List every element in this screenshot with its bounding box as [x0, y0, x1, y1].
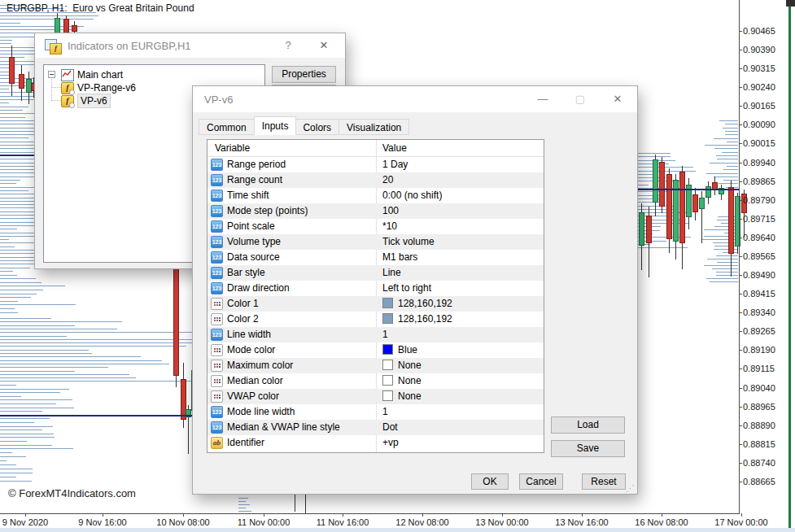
volume-profile-line [0, 481, 32, 482]
ok-button[interactable]: OK [471, 473, 509, 490]
variable-name: Mode line width [227, 406, 295, 417]
table-row[interactable]: 123Draw directionLeft to right [207, 281, 544, 296]
help-button[interactable]: ? [278, 39, 298, 51]
tab-common[interactable]: Common [199, 119, 255, 135]
volume-profile-line [0, 445, 52, 446]
table-row[interactable]: 123Range count20 [207, 172, 544, 188]
color-swatch [382, 360, 393, 370]
maximize-icon[interactable]: ▢ [570, 93, 590, 105]
table-row[interactable]: 123Mode step (points)100 [207, 203, 544, 219]
price-axis-tick [739, 482, 742, 482]
time-axis-tick [264, 513, 264, 517]
variable-value: 0:00 (no shift) [382, 190, 442, 201]
numeric-input-icon: 123 [211, 421, 223, 434]
numeric-input-icon: 123 [211, 329, 223, 341]
vp-dialog-titlebar[interactable]: VP-v6 — ▢ ✕ [193, 86, 637, 112]
variable-name: Mode color [227, 344, 275, 355]
cancel-button[interactable]: Cancel [519, 473, 563, 490]
time-axis-tick [741, 513, 742, 517]
table-row[interactable]: Maximum colorNone [207, 358, 544, 373]
resize-grip[interactable]: ⋰ [626, 483, 636, 493]
candle-body [692, 194, 698, 212]
indicators-dialog-titlebar[interactable]: f Indicators on EURGBP,H1 ? ✕ [35, 33, 345, 58]
time-axis-label: 16 Nov 08:00 [635, 517, 688, 527]
close-icon[interactable]: ✕ [608, 93, 627, 105]
volume-profile-line [0, 377, 136, 378]
volume-profile-line [0, 297, 31, 298]
tree-item-label: VP-v6 [77, 94, 111, 108]
tab-visualization[interactable]: Visualization [339, 119, 409, 135]
price-axis-label: 0.88890 [743, 421, 775, 430]
time-axis-tick [502, 513, 503, 517]
price-axis-label: 0.88665 [743, 477, 775, 486]
variable-value: 1 [382, 406, 388, 417]
price-axis-label: 0.90015 [743, 139, 775, 148]
volume-profile-line [0, 389, 69, 390]
volume-profile-line [714, 138, 738, 139]
variable-name: Draw direction [227, 282, 290, 294]
table-row[interactable]: Mode colorBlue [207, 342, 544, 358]
volume-profile-line [0, 356, 141, 357]
volume-profile-line [0, 242, 37, 243]
price-axis-tick [739, 294, 742, 294]
price-axis-tick [739, 68, 742, 69]
save-button[interactable]: Save [551, 440, 625, 457]
table-row[interactable]: 123Median & VWAP line styleDot [207, 420, 544, 435]
color-swatch [382, 344, 393, 355]
volume-profile-line [0, 187, 36, 188]
volume-profile-line [0, 308, 15, 309]
variable-name: Median & VWAP line style [227, 421, 340, 433]
minimize-icon[interactable]: — [533, 93, 553, 105]
tree-item-main-chart[interactable]: Main chart [44, 68, 264, 81]
load-button[interactable]: Load [551, 416, 625, 434]
table-row[interactable]: 123Time shift0:00 (no shift) [207, 188, 544, 203]
candle-body [728, 187, 734, 254]
volume-profile-line [0, 301, 18, 302]
variable-name: Line width [227, 329, 271, 340]
candle-body [666, 174, 672, 239]
table-row[interactable]: abIdentifier+vp [207, 435, 544, 451]
table-row[interactable]: Color 2128,160,192 [207, 312, 544, 327]
table-row[interactable]: Median colorNone [207, 373, 544, 389]
table-row[interactable]: 123Mode line width1 [207, 404, 544, 420]
volume-profile-line [0, 456, 26, 457]
reset-button[interactable]: Reset [582, 473, 626, 490]
volume-profile-line [0, 239, 9, 240]
properties-button[interactable]: Properties [272, 66, 336, 83]
table-row[interactable]: VWAP colorNone [207, 389, 544, 404]
volume-profile-line [0, 350, 89, 351]
candle-wick [305, 495, 306, 513]
close-icon[interactable]: ✕ [314, 39, 334, 51]
color-input-icon [211, 375, 223, 387]
volume-profile-line [719, 120, 738, 121]
tab-colors[interactable]: Colors [295, 119, 339, 135]
variable-name: Volume type [227, 236, 281, 247]
volume-profile-line [0, 294, 37, 294]
price-axis-tick [739, 256, 742, 257]
price-axis-label: 0.89715 [743, 215, 775, 224]
table-row[interactable]: 123Line width1 [207, 327, 544, 342]
table-row[interactable]: 123Range period1 Day [207, 157, 544, 172]
table-row[interactable]: 123Bar styleLine [207, 265, 544, 281]
volume-profile-line [725, 131, 738, 132]
price-axis-tick [739, 87, 742, 88]
table-row[interactable]: 123Point scale*10 [207, 219, 544, 234]
fx-icon: f [61, 82, 74, 94]
table-row[interactable]: 123Data sourceM1 bars [207, 250, 544, 265]
price-axis-tick [739, 163, 742, 164]
tab-inputs[interactable]: Inputs [254, 116, 297, 135]
volume-profile-line [714, 148, 738, 149]
table-row[interactable]: 123Volume typeTick volume [207, 234, 544, 250]
volume-profile-line [637, 156, 671, 157]
volume-profile-line [0, 422, 34, 423]
price-axis-tick [739, 388, 742, 389]
variable-value: None [382, 390, 422, 402]
table-row[interactable]: Color 1128,160,192 [207, 296, 544, 312]
price-axis-label: 0.89790 [743, 196, 775, 205]
volume-profile-line [725, 124, 738, 124]
volume-profile-line [0, 418, 50, 419]
volume-profile-line [0, 426, 53, 427]
price-axis-label: 0.89490 [743, 271, 775, 280]
tree-expander[interactable] [48, 71, 55, 78]
volume-profile-line [722, 152, 738, 153]
